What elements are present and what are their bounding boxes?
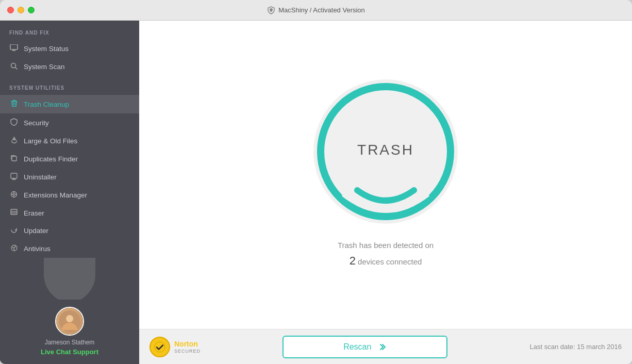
- sidebar-item-system-status[interactable]: System Status: [0, 40, 139, 58]
- main-content: TRASH Trash has been detected on 2 devic…: [139, 21, 632, 364]
- avatar: [55, 307, 84, 336]
- window-title: MacShiny / Activated Version: [267, 6, 365, 14]
- shield-icon: [267, 6, 275, 14]
- window-controls: [7, 7, 35, 13]
- extensions-icon: [9, 191, 19, 200]
- scan-icon: [9, 62, 19, 71]
- sidebar-item-large-old-files[interactable]: Large & Old Files: [0, 132, 139, 150]
- antivirus-icon: [9, 244, 19, 253]
- description-devices: 2 devices connected: [338, 252, 434, 270]
- sidebar-item-updater[interactable]: Updater: [0, 222, 139, 240]
- sidebar-item-label: Trash Cleanup: [24, 101, 69, 108]
- trash-circle: TRASH: [313, 79, 458, 224]
- norton-check-icon: [149, 337, 170, 357]
- duplicates-icon: [9, 155, 19, 163]
- sidebar-item-label: Security: [24, 119, 49, 127]
- close-button[interactable]: [7, 7, 14, 13]
- sidebar-item-label: Eraser: [24, 209, 44, 217]
- svg-rect-6: [12, 156, 16, 161]
- live-chat-link[interactable]: Live Chat Support: [41, 348, 98, 356]
- svg-line-2: [15, 68, 18, 70]
- maximize-button[interactable]: [28, 7, 35, 13]
- norton-text: Norton SECURED: [174, 339, 201, 355]
- sidebar-item-eraser[interactable]: Eraser: [0, 204, 139, 222]
- devices-count: 2: [350, 254, 356, 267]
- scan-date: Last scan date: 15 march 2016: [529, 343, 622, 351]
- svg-rect-0: [10, 44, 18, 49]
- sidebar-item-trash-cleanup[interactable]: Trash Cleanup: [0, 95, 139, 113]
- sidebar-item-label: Extensions Manager: [24, 191, 87, 199]
- sidebar-item-security[interactable]: Security: [0, 113, 139, 132]
- description-line1: Trash has been detected on: [338, 239, 434, 252]
- description-line2: devices connected: [358, 257, 422, 266]
- svg-point-22: [66, 315, 73, 322]
- sidebar-item-uninstaller[interactable]: Uninstaller: [0, 168, 139, 186]
- user-name: Jameson Stathem: [45, 339, 95, 346]
- trash-label-text: TRASH: [357, 142, 414, 158]
- eraser-icon: [9, 209, 19, 217]
- norton-secured-text: SECURED: [174, 349, 201, 355]
- sidebar: FIND AND FIX System Status System Scan S…: [0, 21, 139, 364]
- sidebar-item-label: Updater: [24, 227, 48, 235]
- trash-description: Trash has been detected on 2 devices con…: [338, 239, 434, 270]
- svg-point-11: [13, 193, 15, 195]
- sidebar-item-label: Duplicates Finder: [24, 155, 78, 163]
- large-files-icon: [9, 137, 19, 145]
- title-bar: MacShiny / Activated Version: [0, 0, 632, 21]
- sidebar-item-antivirus[interactable]: Antivirus: [0, 240, 139, 258]
- trash-icon: [9, 100, 19, 109]
- sidebar-watermark: [0, 258, 139, 300]
- section-find-fix-label: FIND AND FIX: [0, 21, 139, 40]
- rescan-label: Rescan: [343, 342, 371, 352]
- norton-badge: Norton SECURED: [149, 337, 201, 357]
- sidebar-item-system-scan[interactable]: System Scan: [0, 58, 139, 76]
- norton-logo-text: Norton: [174, 339, 201, 349]
- sidebar-item-label: System Status: [24, 45, 69, 53]
- chevron-right-icon: [377, 342, 387, 352]
- section-utilities-label: SYSTEM UTILITIES: [0, 76, 139, 95]
- main-area: TRASH Trash has been detected on 2 devic…: [139, 21, 632, 329]
- sidebar-item-extensions-manager[interactable]: Extensions Manager: [0, 186, 139, 204]
- uninstaller-icon: [9, 173, 19, 181]
- sidebar-item-label: Uninstaller: [24, 173, 57, 181]
- minimize-button[interactable]: [18, 7, 24, 13]
- bottom-bar: Norton SECURED Rescan Last scan date: 15…: [139, 329, 632, 364]
- security-icon: [9, 118, 19, 127]
- svg-rect-7: [11, 173, 17, 178]
- sidebar-footer: Jameson Stathem Live Chat Support: [0, 300, 139, 364]
- updater-icon: [9, 226, 19, 235]
- sidebar-item-duplicates-finder[interactable]: Duplicates Finder: [0, 150, 139, 168]
- sidebar-item-label: Large & Old Files: [24, 137, 77, 145]
- monitor-icon: [9, 44, 19, 53]
- avatar-image: [56, 308, 83, 335]
- sidebar-item-label: Antivirus: [24, 245, 51, 253]
- svg-rect-16: [11, 209, 17, 214]
- rescan-button[interactable]: Rescan: [282, 336, 447, 358]
- app-body: FIND AND FIX System Status System Scan S…: [0, 21, 632, 364]
- sidebar-item-label: System Scan: [24, 63, 65, 71]
- watermark-shield-icon: [39, 258, 101, 300]
